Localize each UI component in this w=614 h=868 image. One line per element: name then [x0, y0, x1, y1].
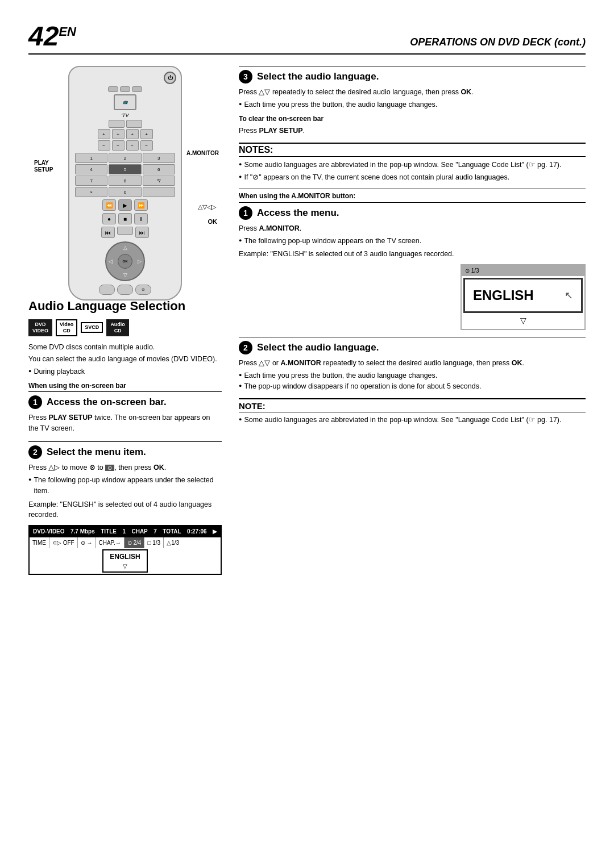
num-6[interactable]: 6 [143, 164, 175, 174]
format-svcd: SVCD [81, 322, 103, 333]
intro-line-2: You can select the audio language of mov… [28, 354, 222, 365]
dpad[interactable]: △ ▽ ◁ ▷ OK [105, 241, 145, 281]
small-btn-1[interactable] [108, 86, 118, 92]
dpad-left[interactable]: ◁ [109, 258, 113, 264]
bottom-row: ⊙ [74, 285, 176, 295]
tv-display-icon: 📺 [114, 94, 136, 110]
num-3[interactable]: 3 [143, 153, 175, 163]
right-step-am-2: 2 Select the audio language. Press △▽ or… [239, 337, 586, 391]
transport-row-2: ● ■ ⏸ [74, 213, 176, 224]
left-step-2: 2 Select the menu item. Press △▷ to move… [28, 441, 222, 575]
page-header: 42EN OPERATIONS ON DVD DECK (cont.) [28, 23, 586, 55]
popup-english-text: ENGLISH [108, 552, 142, 562]
bar-total-time: 0:27:06 [187, 527, 206, 536]
btn-plus-4[interactable]: + [140, 129, 153, 139]
small-btn-3[interactable] [132, 86, 142, 92]
num-4[interactable]: 4 [75, 164, 107, 174]
btn-play[interactable]: ▶ [118, 199, 132, 211]
amonitor-cursor-icon: ↖ [565, 288, 573, 303]
intro-line-1: Some DVD discs contain multiple audio. [28, 342, 222, 353]
btn-plus-2[interactable]: + [112, 129, 125, 139]
right-step-am-1-header: 1 Access the menu. [239, 206, 586, 220]
tv-label: 'TV [74, 112, 176, 118]
dpad-ok[interactable]: OK [118, 254, 132, 269]
num-x[interactable]: × [75, 187, 107, 197]
num-9[interactable]: ⁰7 [143, 176, 175, 186]
power-button[interactable]: ⏻ [164, 72, 176, 84]
page-title: OPERATIONS ON DVD DECK (cont.) [410, 36, 586, 48]
btn-plus-1[interactable]: + [98, 129, 110, 139]
dpad-right[interactable]: ▷ [138, 258, 142, 264]
num-2[interactable]: 2 [109, 153, 141, 163]
right-am-2-main: Press △▽ or A.MONITOR repeatedly to sele… [239, 358, 586, 369]
left-step-1-body: Press PLAY SETUP twice. The on-screen ba… [28, 412, 222, 434]
section-title: Audio Language Selection [28, 299, 222, 314]
onscreen-bar-bottom: TIME ⊂▷ OFF ⊙ → CHAP.→ ⊙ 2/4 □ 1/3 △1/3 [30, 537, 221, 548]
btn-skip-back[interactable]: ⏮ [101, 227, 115, 238]
clear-bar-label: To clear the on-screen bar [239, 114, 586, 124]
bar-title-num: 1 [122, 527, 126, 536]
small-btn-2[interactable] [120, 86, 130, 92]
dpad-up[interactable]: △ [123, 245, 127, 251]
btn-minus-2[interactable]: − [112, 140, 125, 151]
note-title: NOTE: [239, 401, 586, 412]
left-step-1-text: Press PLAY SETUP twice. The on-screen ba… [28, 412, 222, 434]
bar-time: TIME [30, 537, 49, 548]
amonitor-popup-wrapper: ⊙ 1/3 ENGLISH ↖ ▽ [239, 264, 586, 330]
bar-subtitle: □ 1/3 [144, 537, 164, 548]
bar-repeat: ⊂▷ OFF [49, 537, 78, 548]
btn-minus-1[interactable]: − [98, 140, 110, 151]
num-7[interactable]: 7 [75, 176, 107, 186]
num-8[interactable]: 8 [109, 176, 141, 186]
num-0[interactable]: 0 [109, 187, 141, 197]
small-buttons-row [74, 86, 176, 92]
btn-fastfwd[interactable]: ⏩ [134, 199, 148, 211]
right-step-3: 3 Select the audio language. Press △▽ re… [239, 66, 586, 136]
btn-stop[interactable]: ■ [118, 213, 132, 224]
num-5[interactable]: 5 [109, 164, 141, 174]
btn-skip-fwd[interactable]: ⏭ [135, 227, 149, 238]
btn-rewind[interactable]: ⏪ [102, 199, 116, 211]
format-icons: DVDVIDEO VideoCD SVCD AudioCD [28, 319, 222, 336]
num-blank[interactable] [143, 187, 175, 197]
onscreen-bar-display: DVD-VIDEO 7.7 Mbps TITLE 1 CHAP 7 TOTAL … [28, 525, 222, 575]
right-step-3-title: Select the audio language. [257, 71, 379, 82]
dpad-down[interactable]: ▽ [123, 272, 127, 278]
play-setup-label: PLAYSETUP [34, 160, 53, 173]
right-am-1-bullet: The following pop-up window appears on t… [239, 236, 586, 247]
left-step-1-header: 1 Access the on-screen bar. [28, 395, 222, 409]
btn-pause[interactable]: ⏸ [134, 213, 148, 224]
page-num-text: 42 [28, 21, 59, 51]
right-step-3-header: 3 Select the audio language. [239, 70, 586, 84]
amonitor-popup-english: ENGLISH ↖ [463, 278, 583, 313]
btn-minus-3[interactable]: − [126, 140, 139, 151]
btn-bottom-1[interactable] [99, 285, 115, 295]
button-row-plus: + + + + [74, 129, 176, 139]
note-item-2: If "⊘" appears on the TV, the current sc… [239, 172, 586, 183]
format-audio-cd: AudioCD [106, 319, 129, 336]
when-using-onscreen-label: When using the on-screen bar [28, 382, 222, 390]
intro-text: Some DVD discs contain multiple audio. Y… [28, 342, 222, 377]
btn-minus-4[interactable]: − [140, 140, 153, 151]
left-column: PLAYSETUP A.MONITOR OK △▽◁▷ ⏻ [28, 66, 222, 583]
amonitor-popup-down-arrow: ▽ [462, 315, 584, 329]
note-item-amonitor: Some audio languages are abbreviated in … [239, 415, 586, 425]
right-am-2-bullet-1: Each time you press the button, the audi… [239, 370, 586, 381]
btn-center-j[interactable] [117, 227, 133, 235]
btn-a-monitor[interactable] [126, 120, 142, 128]
num-1[interactable]: 1 [75, 153, 107, 163]
right-step-am-1-title: Access the menu. [257, 207, 339, 219]
btn-prev[interactable]: ● [102, 213, 116, 224]
right-step-am-2-number: 2 [239, 341, 252, 354]
btn-plus-3[interactable]: + [126, 129, 139, 139]
right-step-am-1: 1 Access the menu. Press A.MONITOR. The … [239, 202, 586, 330]
a-monitor-label: A.MONITOR [186, 150, 219, 156]
btn-play-setup[interactable] [109, 120, 125, 128]
right-column: 3 Select the audio language. Press △▽ re… [239, 66, 586, 583]
main-content: PLAYSETUP A.MONITOR OK △▽◁▷ ⏻ [28, 66, 586, 583]
notes-section: NOTES: Some audio languages are abbrevia… [239, 143, 586, 183]
bar-angle: △1/3 [164, 537, 182, 548]
btn-bottom-3[interactable]: ⊙ [135, 285, 151, 295]
bar-dvd-video: DVD-VIDEO [33, 527, 65, 536]
btn-bottom-2[interactable] [117, 285, 133, 295]
